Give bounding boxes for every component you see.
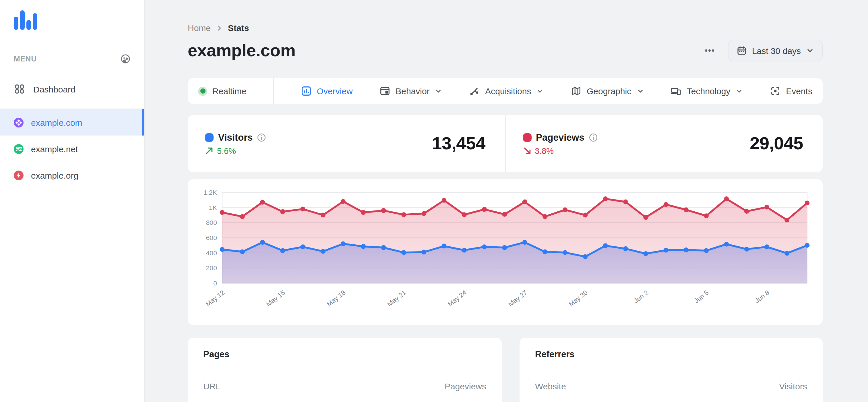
tabbar-divider — [273, 78, 274, 104]
svg-text:400: 400 — [206, 249, 217, 257]
title-row: example.com — [188, 40, 823, 61]
stats-summary-card: Visitors 5.6% 13,454 — [188, 115, 823, 172]
svg-text:600: 600 — [206, 234, 217, 242]
svg-text:800: 800 — [206, 219, 217, 226]
svg-text:May 30: May 30 — [567, 288, 589, 308]
tab-geographic[interactable]: Geographic — [570, 86, 644, 96]
section-tabbar: Realtime Overview Behavior — [188, 78, 823, 104]
tab-label: Acquisitions — [485, 86, 531, 96]
main-content: Home Stats example.com — [145, 0, 868, 402]
geographic-map-icon — [570, 86, 582, 96]
app-logo-icon — [12, 9, 38, 31]
info-icon[interactable] — [257, 133, 266, 142]
info-icon[interactable] — [589, 133, 598, 142]
page-title: example.com — [188, 41, 296, 60]
pageviews-swatch — [523, 133, 531, 142]
breadcrumb-home-link[interactable]: Home — [188, 23, 211, 33]
column-header-pageviews: Pageviews — [445, 381, 486, 391]
svg-text:Jun 5: Jun 5 — [693, 288, 710, 304]
svg-text:1K: 1K — [209, 204, 217, 211]
svg-text:Jun 2: Jun 2 — [632, 288, 650, 304]
acquisitions-split-icon — [469, 86, 480, 96]
sidebar-site-example-net[interactable]: example.net — [0, 135, 144, 162]
date-range-button[interactable]: Last 30 days — [728, 40, 823, 61]
trend-down-icon — [523, 147, 531, 155]
sidebar-item-dashboard[interactable]: Dashboard — [0, 78, 144, 100]
tab-label: Events — [786, 86, 812, 96]
svg-text:1.2K: 1.2K — [204, 189, 217, 196]
header-actions: Last 30 days — [701, 40, 823, 61]
site-waves-icon — [14, 144, 24, 154]
dashboard-grid-icon — [14, 83, 25, 95]
chevron-down-icon — [806, 47, 814, 55]
panel-title: Referrers — [520, 338, 823, 369]
tab-label: Behavior — [396, 86, 429, 96]
panel-title: Pages — [188, 338, 502, 369]
tab-label: Overview — [317, 86, 353, 96]
trend-up-icon — [205, 147, 214, 155]
stat-visitors: Visitors 5.6% 13,454 — [188, 115, 505, 172]
stat-pageviews: Pageviews 3.8% 29,045 — [505, 115, 823, 172]
overview-chart-icon — [301, 86, 312, 96]
visitors-swatch — [205, 133, 214, 142]
bottom-panels: Pages URL Pageviews Referrers Website Vi… — [188, 338, 823, 402]
chevron-down-icon — [536, 87, 544, 95]
kebab-icon — [703, 45, 716, 56]
calendar-icon — [737, 45, 747, 56]
breadcrumb: Home Stats — [188, 23, 823, 33]
breadcrumb-current: Stats — [228, 23, 249, 33]
site-bolt-icon — [14, 170, 24, 180]
menu-label: MENU — [14, 55, 37, 63]
svg-text:0: 0 — [213, 279, 217, 287]
tab-label: Geographic — [587, 86, 631, 96]
column-header-website: Website — [535, 381, 566, 391]
sidebar-item-label: Dashboard — [33, 84, 75, 94]
technology-devices-icon — [671, 86, 682, 96]
realtime-dot-icon — [198, 86, 207, 96]
breadcrumb-chevron-icon — [216, 24, 223, 31]
site-label: example.com — [31, 118, 82, 127]
chevron-down-icon — [435, 87, 442, 95]
referrers-panel: Referrers Website Visitors — [520, 338, 823, 402]
menu-header: MENU — [14, 54, 130, 64]
more-options-button[interactable] — [701, 42, 718, 59]
traffic-chart-card: 02004006008001K1.2KMay 12May 15May 18May… — [188, 179, 823, 325]
svg-text:May 18: May 18 — [325, 288, 347, 308]
stat-delta: 3.8% — [535, 146, 554, 155]
site-label: example.org — [31, 170, 79, 180]
face-icon[interactable] — [121, 54, 130, 64]
app: MENU Dashboard — [0, 0, 868, 402]
svg-text:May 21: May 21 — [386, 288, 407, 308]
date-range-label: Last 30 days — [752, 45, 801, 55]
column-header-visitors: Visitors — [779, 381, 807, 391]
stat-value: 29,045 — [750, 133, 803, 154]
chevron-down-icon — [637, 87, 644, 95]
site-label: example.net — [31, 144, 78, 154]
tab-behavior[interactable]: Behavior — [379, 86, 442, 96]
behavior-layout-icon — [379, 86, 391, 96]
sidebar-site-example-com[interactable]: example.com — [0, 109, 144, 135]
stat-delta: 5.6% — [217, 146, 236, 155]
tab-label: Realtime — [212, 86, 246, 96]
tab-technology[interactable]: Technology — [671, 86, 743, 96]
tab-realtime[interactable]: Realtime — [198, 86, 246, 96]
stat-value: 13,454 — [432, 133, 485, 154]
chevron-down-icon — [736, 87, 743, 95]
sidebar-site-example-org[interactable]: example.org — [0, 162, 144, 188]
stat-label: Pageviews — [536, 132, 584, 143]
events-scan-icon — [770, 86, 781, 96]
svg-text:Jun 8: Jun 8 — [753, 288, 770, 304]
column-header-url: URL — [203, 381, 220, 391]
pages-panel: Pages URL Pageviews — [188, 338, 502, 402]
svg-text:200: 200 — [206, 264, 217, 272]
site-clover-icon — [14, 118, 24, 127]
svg-text:May 27: May 27 — [507, 288, 528, 308]
svg-text:May 24: May 24 — [446, 288, 468, 308]
tab-label: Technology — [687, 86, 731, 96]
tab-acquisitions[interactable]: Acquisitions — [469, 86, 544, 96]
tab-events[interactable]: Events — [770, 86, 812, 96]
tab-overview[interactable]: Overview — [301, 86, 353, 96]
svg-text:May 15: May 15 — [265, 288, 286, 308]
active-indicator — [142, 109, 144, 135]
stat-label: Visitors — [218, 132, 253, 143]
